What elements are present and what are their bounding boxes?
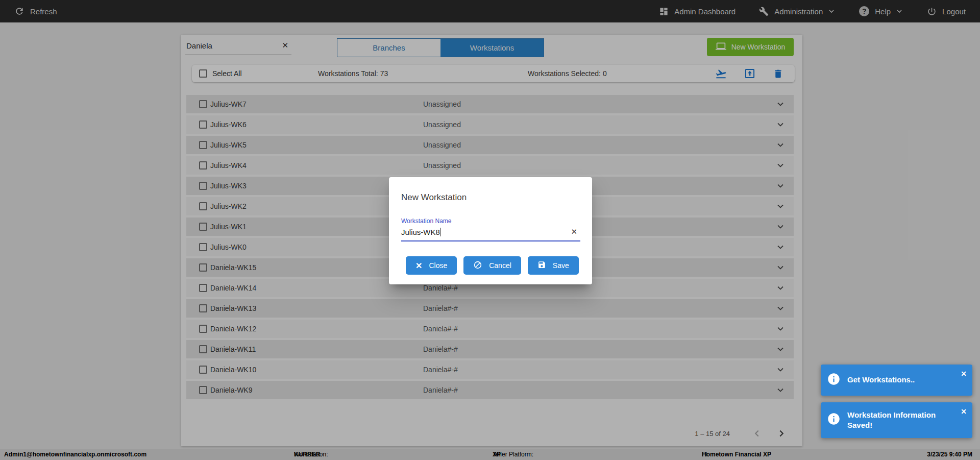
- save-label: Save: [553, 261, 569, 270]
- toast-close-icon[interactable]: ✕: [961, 407, 967, 416]
- workstation-name-label: Workstation Name: [401, 217, 580, 225]
- info-icon: [827, 412, 841, 428]
- toast-message: Workstation Information Saved!: [847, 410, 957, 431]
- toast-container: Get Workstations.. ✕ Workstation Informa…: [821, 365, 972, 439]
- cancel-button[interactable]: Cancel: [463, 256, 521, 275]
- toast-close-icon[interactable]: ✕: [961, 370, 967, 378]
- toast-message: Get Workstations..: [847, 375, 915, 385]
- app-screen: Refresh Admin Dashboard Administration ?: [0, 0, 980, 460]
- workstation-name-input[interactable]: Julius-WK8 ✕: [401, 225, 580, 241]
- toast-workstation-saved: Workstation Information Saved! ✕: [821, 402, 972, 439]
- info-icon: [827, 372, 841, 388]
- workstation-name-value: Julius-WK8: [401, 228, 441, 236]
- close-button[interactable]: ✕ Close: [406, 256, 457, 275]
- close-x-icon: ✕: [415, 261, 422, 271]
- dialog-title: New Workstation: [401, 192, 580, 203]
- new-workstation-dialog: New Workstation Workstation Name Julius-…: [389, 177, 592, 284]
- toast-get-workstations: Get Workstations.. ✕: [821, 365, 972, 396]
- cancel-label: Cancel: [489, 261, 511, 270]
- clear-field-icon[interactable]: ✕: [569, 227, 579, 236]
- text-cursor: [440, 228, 442, 236]
- save-button[interactable]: Save: [528, 256, 579, 275]
- floppy-disk-icon: [537, 260, 546, 271]
- close-label: Close: [429, 261, 447, 270]
- block-icon: [473, 260, 482, 271]
